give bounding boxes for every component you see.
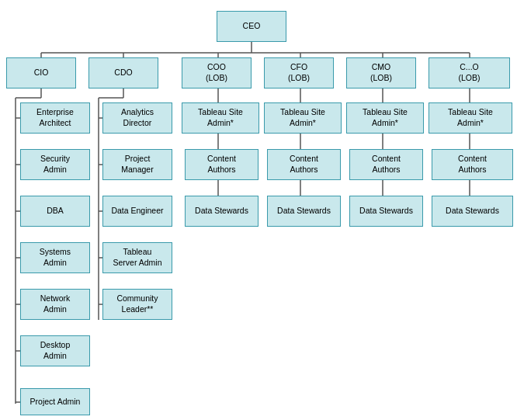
node-community-leader[interactable]: Community Leader** [102, 289, 172, 320]
node-content-cfo[interactable]: Content Authors [267, 149, 341, 180]
node-network-admin[interactable]: Network Admin [20, 289, 90, 320]
node-cdo[interactable]: CDO [88, 57, 158, 89]
node-project-manager[interactable]: Project Manager [102, 149, 172, 180]
node-data-engineer[interactable]: Data Engineer [102, 196, 172, 227]
node-data-steward-co[interactable]: Data Stewards [432, 196, 513, 227]
node-cfo[interactable]: CFO (LOB) [264, 57, 334, 89]
node-data-steward-cfo[interactable]: Data Stewards [267, 196, 341, 227]
node-data-steward-cmo[interactable]: Data Stewards [349, 196, 423, 227]
node-desktop-admin[interactable]: Desktop Admin [20, 335, 90, 366]
node-analytics-director[interactable]: Analytics Director [102, 102, 172, 134]
node-data-steward-coo[interactable]: Data Stewards [185, 196, 258, 227]
node-content-co[interactable]: Content Authors [432, 149, 513, 180]
node-ceo[interactable]: CEO [217, 11, 286, 42]
node-coo[interactable]: COO (LOB) [182, 57, 252, 89]
node-tableau-site-cfo[interactable]: Tableau Site Admin* [264, 102, 342, 134]
node-cmo[interactable]: CMO (LOB) [346, 57, 416, 89]
node-tableau-site-cmo[interactable]: Tableau Site Admin* [346, 102, 424, 134]
node-tableau-site-coo[interactable]: Tableau Site Admin* [182, 102, 259, 134]
node-tableau-server-admin[interactable]: Tableau Server Admin [102, 242, 172, 273]
node-co[interactable]: C...O (LOB) [429, 57, 510, 89]
node-content-cmo[interactable]: Content Authors [349, 149, 423, 180]
node-security-admin[interactable]: Security Admin [20, 149, 90, 180]
node-enterprise-architect[interactable]: Enterprise Architect [20, 102, 90, 134]
node-content-coo[interactable]: Content Authors [185, 149, 258, 180]
node-dba[interactable]: DBA [20, 196, 90, 227]
org-chart: CEO CIO CDO COO (LOB) CFO (LOB) CMO (LOB… [0, 0, 512, 420]
node-project-admin[interactable]: Project Admin [20, 388, 90, 415]
chart-container: CEO CIO CDO COO (LOB) CFO (LOB) CMO (LOB… [3, 8, 512, 419]
node-systems-admin[interactable]: Systems Admin [20, 242, 90, 273]
node-cio[interactable]: CIO [6, 57, 76, 89]
node-tableau-site-co[interactable]: Tableau Site Admin* [429, 102, 512, 134]
